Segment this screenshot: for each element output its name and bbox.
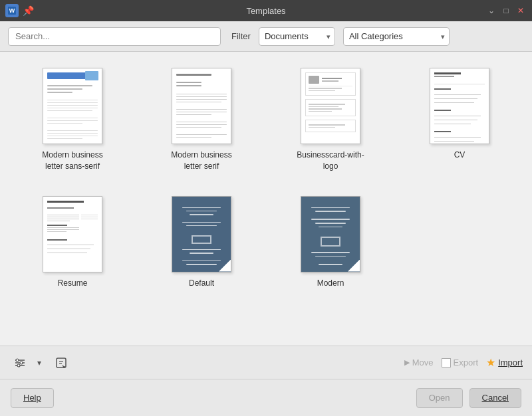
move-label: Move xyxy=(412,358,434,367)
svg-point-7 xyxy=(17,364,20,367)
template-item[interactable]: CV xyxy=(400,62,519,177)
toolbar-right-actions: ▶ Move Export ★ Import xyxy=(404,356,523,369)
svg-point-5 xyxy=(16,359,19,362)
template-label: CV xyxy=(454,150,466,161)
template-thumbnail xyxy=(301,196,360,272)
toolbar-left-actions: ▾ xyxy=(9,352,72,373)
window-title: Templates xyxy=(246,6,285,16)
template-label: Resume xyxy=(58,278,88,289)
filter-label: Filter xyxy=(231,31,251,41)
category-select-wrap: All Categories Business Personal Educati… xyxy=(343,27,450,46)
template-item[interactable]: Businesscard-with-logo xyxy=(271,62,390,177)
maximize-button[interactable]: □ xyxy=(500,5,512,17)
template-label: Modern business letter serif xyxy=(162,150,241,172)
export-action: Export xyxy=(442,358,479,367)
template-item[interactable]: Modern xyxy=(271,191,390,294)
open-label: Open xyxy=(429,393,450,403)
titlebar: W 📌 Templates ⌄ □ ✕ xyxy=(0,0,532,21)
app-icon: W xyxy=(5,4,19,17)
move-arrow-icon: ▶ xyxy=(404,358,410,367)
search-toolbar: Filter Documents Spreadsheets Presentati… xyxy=(0,21,532,52)
footer: Help Open Cancel xyxy=(0,379,532,416)
settings-button[interactable] xyxy=(9,352,31,373)
import-label: Import xyxy=(498,358,523,367)
svg-point-6 xyxy=(20,362,23,364)
template-thumbnail xyxy=(430,68,489,144)
move-action: ▶ Move xyxy=(404,358,434,367)
template-thumbnail xyxy=(43,196,102,272)
template-label: Modern xyxy=(317,278,344,289)
open-button[interactable]: Open xyxy=(416,388,463,408)
help-button[interactable]: Help xyxy=(11,388,54,408)
import-star-icon: ★ xyxy=(486,356,495,369)
template-thumbnail xyxy=(301,68,360,144)
minimize-button[interactable]: ⌄ xyxy=(485,5,497,17)
help-label: Help xyxy=(23,393,41,403)
template-label: Default xyxy=(189,278,214,289)
svg-text:W: W xyxy=(9,7,15,14)
search-input[interactable] xyxy=(8,27,221,46)
window-controls: ⌄ □ ✕ xyxy=(485,5,527,17)
template-label: Businesscard-with-logo xyxy=(291,150,370,172)
template-item[interactable]: Modern business letter serif xyxy=(142,62,261,177)
settings-dropdown-button[interactable]: ▾ xyxy=(35,354,44,372)
footer-right: Open Cancel xyxy=(416,388,521,408)
pin-icon: 📌 xyxy=(23,5,34,16)
svg-rect-8 xyxy=(57,358,66,367)
export-label: Export xyxy=(454,358,479,367)
filter-type-select[interactable]: Documents Spreadsheets Presentations xyxy=(259,27,335,46)
titlebar-left: W 📌 xyxy=(5,4,34,17)
template-content: Modern business letter sans-serif xyxy=(0,52,532,346)
export-checkbox[interactable] xyxy=(442,358,451,367)
cancel-label: Cancel xyxy=(482,393,509,403)
cancel-button[interactable]: Cancel xyxy=(469,388,521,408)
template-item[interactable]: Resume xyxy=(13,191,132,294)
export-template-button[interactable] xyxy=(51,352,72,373)
bottom-toolbar: ▾ ▶ Move Export ★ Import xyxy=(0,346,532,379)
template-label: Modern business letter sans-serif xyxy=(33,150,112,172)
close-button[interactable]: ✕ xyxy=(515,5,527,17)
category-select[interactable]: All Categories Business Personal Educati… xyxy=(343,27,450,46)
filter-type-select-wrap: Documents Spreadsheets Presentations xyxy=(259,27,335,46)
import-action[interactable]: ★ Import xyxy=(486,356,523,369)
template-item[interactable]: Default xyxy=(142,191,261,294)
template-thumbnail xyxy=(43,68,102,144)
template-grid: Modern business letter sans-serif xyxy=(13,62,519,294)
template-item[interactable]: Modern business letter sans-serif xyxy=(13,62,132,177)
template-thumbnail xyxy=(172,196,231,272)
template-thumbnail xyxy=(172,68,231,144)
